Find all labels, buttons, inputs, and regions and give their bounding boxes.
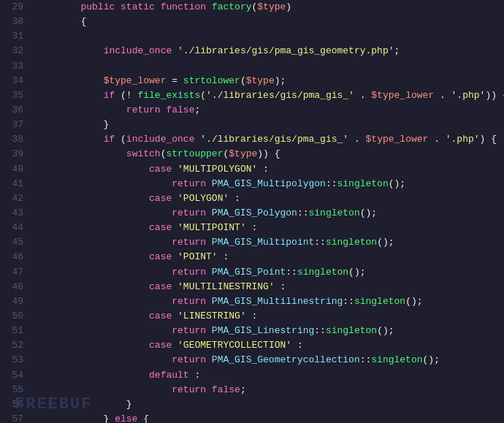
line-number: 39 (0, 147, 31, 161)
table-row: 39 switch(strtoupper($type)) { (0, 147, 504, 161)
line-content: case 'POLYGON' : (31, 191, 504, 206)
table-row: 54 default : (0, 368, 504, 383)
line-content: case 'LINESTRING' : (31, 309, 504, 324)
line-number: 41 (0, 177, 31, 191)
line-number: 45 (0, 235, 31, 250)
line-number: 31 (0, 29, 31, 44)
line-content: return PMA_GIS_Linestring::singleton(); (31, 324, 504, 338)
line-content: return PMA_GIS_Point::singleton(); (31, 265, 504, 280)
table-row: 31 (0, 29, 504, 44)
line-number: 38 (0, 132, 31, 147)
table-row: 29 public static function factory($type) (0, 0, 504, 15)
table-row: 42 case 'POLYGON' : (0, 191, 504, 206)
table-row: 32 include_once './libraries/gis/pma_gis… (0, 44, 504, 58)
line-number: 35 (0, 88, 31, 103)
line-content: if (include_once './libraries/gis/pma_gi… (31, 132, 504, 147)
line-content: if (! file_exists('./libraries/gis/pma_g… (31, 88, 504, 103)
table-row: 50 case 'LINESTRING' : (0, 309, 504, 324)
line-content: return false; (31, 383, 504, 397)
table-row: 38 if (include_once './libraries/gis/pma… (0, 132, 504, 147)
line-content: } (31, 397, 504, 412)
line-content: $type_lower = strtolower($type); (31, 74, 504, 88)
line-number: 50 (0, 309, 31, 324)
line-number: 42 (0, 191, 31, 206)
line-number: 44 (0, 221, 31, 235)
line-number: 53 (0, 353, 31, 367)
line-number: 33 (0, 59, 31, 74)
line-number: 37 (0, 118, 31, 132)
line-content: case 'GEOMETRYCOLLECTION' : (31, 338, 504, 353)
line-number: 43 (0, 206, 31, 221)
line-content: return PMA_GIS_Multipolygon::singleton()… (31, 177, 504, 191)
table-row: 51 return PMA_GIS_Linestring::singleton(… (0, 324, 504, 338)
table-row: 46 case 'POINT' : (0, 250, 504, 264)
line-content: } else { (31, 412, 504, 423)
table-row: 47 return PMA_GIS_Point::singleton(); (0, 265, 504, 280)
line-content: case 'POINT' : (31, 250, 504, 264)
code-lines: 29 public static function factory($type)… (0, 0, 504, 423)
table-row: 43 return PMA_GIS_Polygon::singleton(); (0, 206, 504, 221)
table-row: 48 case 'MULTILINESTRING' : (0, 280, 504, 294)
line-content: switch(strtoupper($type)) { (31, 147, 504, 161)
line-content: } (31, 118, 504, 132)
table-row: 40 case 'MULTIPOLYGON' : (0, 162, 504, 177)
table-row: 52 case 'GEOMETRYCOLLECTION' : (0, 338, 504, 353)
line-content: return PMA_GIS_Multilinestring::singleto… (31, 294, 504, 309)
line-content (31, 29, 504, 44)
line-content: return false; (31, 103, 504, 118)
line-number: 40 (0, 162, 31, 177)
line-number: 36 (0, 103, 31, 118)
table-row: 41 return PMA_GIS_Multipolygon::singleto… (0, 177, 504, 191)
line-number: 49 (0, 294, 31, 309)
line-number: 51 (0, 324, 31, 338)
table-row: 30 { (0, 15, 504, 29)
line-content: case 'MULTILINESTRING' : (31, 280, 504, 294)
table-row: 53 return PMA_GIS_Geometrycollection::si… (0, 353, 504, 367)
line-number: 32 (0, 44, 31, 58)
table-row: 44 case 'MULTIPOINT' : (0, 221, 504, 235)
line-content: return PMA_GIS_Polygon::singleton(); (31, 206, 504, 221)
line-content: public static function factory($type) (31, 0, 504, 15)
line-number: 46 (0, 250, 31, 264)
line-content: case 'MULTIPOINT' : (31, 221, 504, 235)
watermark-text: FREEBUF (15, 392, 92, 417)
table-row: 33 (0, 59, 504, 74)
line-number: 30 (0, 15, 31, 29)
table-row: 37 } (0, 118, 504, 132)
table-row: 49 return PMA_GIS_Multilinestring::singl… (0, 294, 504, 309)
table-row: 36 return false; (0, 103, 504, 118)
line-number: 29 (0, 0, 31, 15)
line-content: include_once './libraries/gis/pma_gis_ge… (31, 44, 504, 58)
line-number: 48 (0, 280, 31, 294)
line-content: default : (31, 368, 504, 383)
table-row: 34 $type_lower = strtolower($type); (0, 74, 504, 88)
line-content: return PMA_GIS_Geometrycollection::singl… (31, 353, 504, 367)
table-row: 35 if (! file_exists('./libraries/gis/pm… (0, 88, 504, 103)
line-content (31, 59, 504, 74)
table-row: 45 return PMA_GIS_Multipoint::singleton(… (0, 235, 504, 250)
line-number: 34 (0, 74, 31, 88)
line-number: 52 (0, 338, 31, 353)
line-content: return PMA_GIS_Multipoint::singleton(); (31, 235, 504, 250)
line-number: 54 (0, 368, 31, 383)
line-content: { (31, 15, 504, 29)
line-number: 47 (0, 265, 31, 280)
code-viewer: 29 public static function factory($type)… (0, 0, 504, 423)
line-content: case 'MULTIPOLYGON' : (31, 162, 504, 177)
